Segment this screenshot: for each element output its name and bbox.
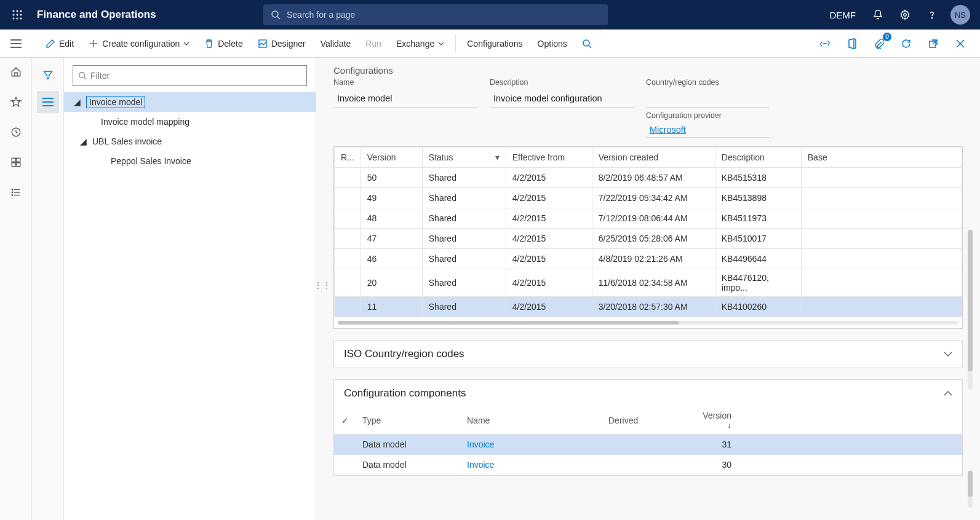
components-header[interactable]: Configuration components (334, 380, 962, 407)
user-avatar[interactable]: NS (950, 5, 970, 25)
delete-button[interactable]: Delete (197, 30, 250, 58)
svg-point-1 (17, 10, 18, 12)
col-created[interactable]: Version created (592, 148, 715, 168)
component-row[interactable]: Data modelInvoice31 (334, 435, 962, 455)
run-label: Run (365, 39, 381, 49)
exchange-button[interactable]: Exchange (389, 30, 452, 58)
col-status[interactable]: Status▾ (422, 148, 506, 168)
svg-point-12 (931, 18, 932, 18)
refresh-icon (901, 38, 912, 49)
help-icon (926, 9, 938, 20)
chevron-up-icon (944, 391, 952, 396)
exchange-label: Exchange (396, 39, 434, 49)
configurations-label: Configurations (467, 39, 522, 49)
name-field[interactable] (333, 89, 477, 108)
validate-button[interactable]: Validate (313, 30, 359, 58)
create-configuration-button[interactable]: Create configuration (81, 30, 197, 58)
version-row[interactable]: 20Shared4/2/201511/6/2018 02:34:58 AMKB4… (335, 269, 962, 297)
run-button: Run (358, 30, 389, 58)
app-brand: Finance and Operations (30, 9, 263, 21)
tree-node-invoice-model[interactable]: ◢ Invoice model (64, 92, 316, 112)
tree-node-peppol-sales-invoice[interactable]: Peppol Sales Invoice (64, 151, 316, 171)
iso-fasttab[interactable]: ISO Country/region codes (333, 340, 963, 368)
close-button[interactable] (950, 34, 970, 53)
pencil-icon (46, 39, 55, 49)
linked-button[interactable] (815, 34, 835, 53)
company-switcher[interactable]: DEMF (821, 10, 865, 20)
splitter-handle[interactable]: ⋮⋮ (316, 273, 319, 297)
col-base[interactable]: Base (801, 148, 962, 168)
version-row[interactable]: 50Shared4/2/20158/2/2019 06:48:57 AMKB45… (335, 168, 962, 188)
version-row[interactable]: 49Shared4/2/20157/22/2019 05:34:42 AMKB4… (335, 188, 962, 208)
version-row[interactable]: 47Shared4/2/20156/25/2019 05:28:06 AMKB4… (335, 229, 962, 249)
comp-col-name[interactable]: Name (461, 407, 602, 435)
svg-rect-25 (12, 158, 15, 162)
select-all-checkbox[interactable]: ✓ (334, 407, 356, 435)
provider-link[interactable]: Microsoft (646, 122, 769, 138)
comp-col-derived[interactable]: Derived (602, 407, 695, 435)
component-row[interactable]: Data modelInvoice30 (334, 455, 962, 475)
popout-button[interactable] (923, 34, 943, 53)
app-launcher-button[interactable] (5, 10, 30, 20)
settings-button[interactable] (891, 0, 918, 30)
list-view-button[interactable] (37, 91, 59, 113)
office-button[interactable] (842, 34, 862, 53)
tree-node-ubl-sales-invoice[interactable]: ◢ UBL Sales invoice (64, 132, 316, 151)
svg-rect-27 (12, 163, 15, 167)
recent-button[interactable] (10, 127, 22, 140)
gear-icon (899, 9, 910, 20)
office-icon (847, 38, 857, 49)
edit-button[interactable]: Edit (38, 30, 81, 58)
svg-line-39 (84, 77, 87, 80)
configurations-link[interactable]: Configurations (460, 30, 530, 58)
chevron-down-icon (944, 352, 952, 357)
caret-expanded-icon[interactable]: ◢ (74, 97, 82, 107)
actionbar-search-button[interactable] (575, 30, 599, 58)
svg-rect-26 (16, 158, 20, 162)
col-description[interactable]: Description (715, 148, 801, 168)
favorites-button[interactable] (10, 97, 22, 109)
search-placeholder: Search for a page (287, 10, 355, 20)
home-button[interactable] (10, 66, 22, 79)
page-title: Configurations (333, 65, 963, 76)
tree-filter-input[interactable]: Filter (73, 65, 307, 86)
version-row[interactable]: 46Shared4/2/20154/8/2019 02:21:26 AMKB44… (335, 249, 962, 269)
svg-point-11 (904, 14, 907, 17)
workspaces-button[interactable] (10, 157, 22, 170)
version-row[interactable]: 48Shared4/2/20157/12/2019 08:06:44 AMKB4… (335, 208, 962, 229)
col-version[interactable]: Version (361, 148, 422, 168)
attachments-button[interactable]: 0 (869, 34, 889, 53)
comp-col-version[interactable]: Version ↓ (695, 407, 738, 435)
tree-node-invoice-model-mapping[interactable]: Invoice model mapping (64, 112, 316, 132)
link-icon (819, 38, 831, 49)
svg-point-0 (13, 10, 15, 12)
search-icon (78, 71, 87, 80)
svg-line-20 (589, 45, 591, 48)
modules-button[interactable] (10, 187, 22, 200)
description-label: Description (490, 78, 634, 87)
nav-toggle-button[interactable] (0, 30, 32, 57)
caret-expanded-icon[interactable]: ◢ (80, 136, 89, 146)
col-r[interactable]: R... (335, 148, 361, 168)
notifications-button[interactable] (864, 0, 891, 30)
chevron-down-icon (183, 42, 189, 45)
options-button[interactable]: Options (530, 30, 575, 58)
description-field[interactable] (490, 89, 634, 108)
global-search[interactable]: Search for a page (263, 4, 608, 25)
designer-button[interactable]: Designer (250, 30, 313, 58)
comp-col-type[interactable]: Type (356, 407, 461, 435)
filter-pane-button[interactable] (37, 64, 59, 86)
components-scrollbar[interactable] (968, 471, 973, 508)
svg-point-3 (13, 14, 15, 16)
versions-scrollbar[interactable] (968, 230, 973, 390)
attachments-badge: 0 (883, 33, 891, 41)
svg-point-2 (20, 10, 22, 12)
horizontal-scrollbar[interactable] (338, 321, 958, 325)
version-row[interactable]: 11Shared4/2/20153/20/2018 02:57:30 AMKB4… (335, 297, 962, 317)
svg-point-7 (17, 18, 18, 20)
help-button[interactable] (918, 0, 946, 30)
country-field[interactable] (646, 89, 769, 108)
col-effective[interactable]: Effective from (506, 148, 592, 168)
lines-icon (42, 98, 54, 106)
refresh-button[interactable] (896, 34, 916, 53)
